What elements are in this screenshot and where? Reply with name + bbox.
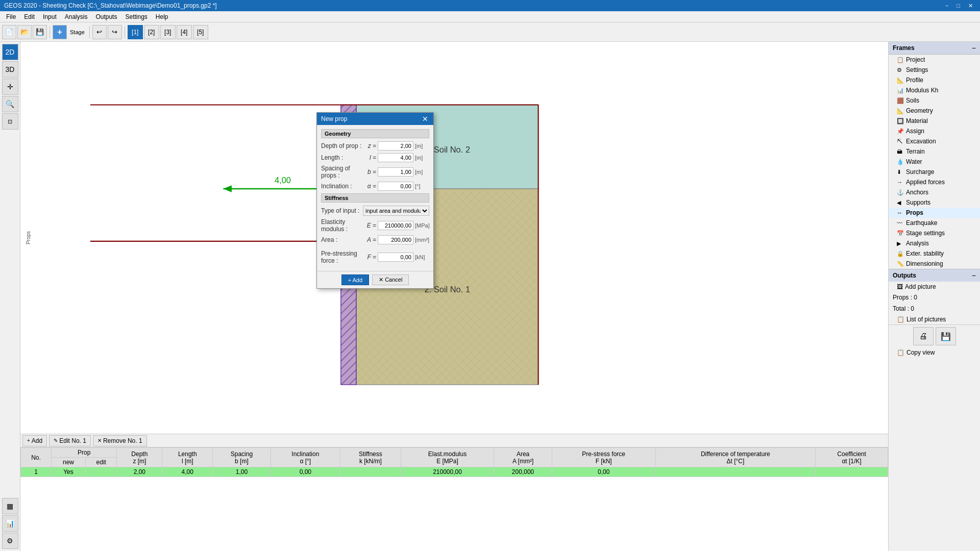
print-btn[interactable]: 🖨 (913, 327, 934, 345)
frames-item-stage-settings[interactable]: 📅 Stage settings (889, 228, 980, 238)
minimize-btn[interactable]: − (942, 2, 951, 10)
elasticity-var: E = (366, 222, 376, 229)
water-icon: 💧 (897, 159, 904, 165)
frames-item-water[interactable]: 💧 Water (889, 157, 980, 167)
frames-item-excavation[interactable]: ⛏ Excavation (889, 136, 980, 146)
frames-item-settings[interactable]: ⚙ Settings (889, 65, 980, 75)
depth-row: Depth of prop : z = [m] (321, 141, 429, 151)
depth-var: z = (366, 142, 376, 149)
earthquake-icon: 〰 (897, 220, 904, 226)
supports-icon: ◀ (897, 199, 904, 206)
stage-3-btn[interactable]: [3] (160, 25, 176, 39)
prestress-input[interactable] (378, 253, 413, 262)
settings-btn[interactable]: ⚙ (2, 533, 18, 549)
menu-edit[interactable]: Edit (20, 12, 39, 21)
menu-outputs[interactable]: Outputs (91, 12, 121, 21)
col-prop-new: new (51, 458, 85, 467)
remove-icon: ✕ (97, 438, 102, 443)
dialog-close-btn[interactable]: ✕ (421, 115, 429, 123)
move-tool-btn[interactable]: ✛ (2, 79, 18, 95)
zoom-tool-btn[interactable]: 🔍 (2, 96, 18, 112)
edit-icon: ✎ (54, 438, 58, 443)
frames-item-soils[interactable]: 🟫 Soils (889, 95, 980, 106)
maximize-btn[interactable]: □ (953, 2, 963, 10)
menu-file[interactable]: File (2, 12, 20, 21)
elasticity-unit: [MPa] (415, 222, 429, 229)
frames-item-project[interactable]: 📋 Project (889, 55, 980, 65)
spacing-input[interactable] (378, 167, 413, 177)
frames-item-exter-stability[interactable]: 🔒 Exter. stability (889, 248, 980, 259)
menu-input[interactable]: Input (39, 12, 61, 21)
remove-prop-btn[interactable]: ✕ Remove No. 1 (93, 435, 147, 446)
depth-input[interactable] (378, 141, 413, 151)
assign-label: Assign (906, 128, 924, 135)
frames-item-geometry[interactable]: 📐 Geometry (889, 106, 980, 116)
outputs-title: Outputs (893, 272, 916, 279)
frames-item-analysis[interactable]: ▶ Analysis (889, 238, 980, 248)
stage-2-btn[interactable]: [2] (144, 25, 159, 39)
add-stage-btn[interactable]: + (53, 25, 67, 39)
copy-view-btn[interactable]: 📋 Copy view (889, 347, 980, 358)
open-btn[interactable]: 📂 (17, 25, 32, 39)
outputs-minimize-btn[interactable]: − (972, 271, 976, 280)
redo-btn[interactable]: ↪ (108, 25, 122, 39)
frames-item-props[interactable]: ↔ Props (889, 208, 980, 218)
save-picture-btn[interactable]: 💾 (936, 327, 956, 345)
new-btn[interactable]: 📄 (2, 25, 16, 39)
svg-text:4,00: 4,00 (275, 176, 291, 185)
analysis-icon: ▶ (897, 240, 904, 247)
close-btn[interactable]: ✕ (965, 2, 976, 10)
list-pictures-btn[interactable]: 📋 List of pictures (889, 314, 980, 324)
area-input[interactable] (378, 235, 413, 244)
type-of-input-row: Type of input : input area and modulus i… (321, 206, 429, 216)
chart-view-btn[interactable]: 📊 (2, 515, 18, 532)
frames-item-modulus[interactable]: 📊 Modulus Kh (889, 85, 980, 95)
frames-item-earthquake[interactable]: 〰 Earthquake (889, 218, 980, 228)
table-row[interactable]: 1 Yes 2,00 4,00 1,00 0,00 210000,00 200,… (21, 467, 888, 477)
col-depth: Depthz [m] (117, 448, 162, 467)
save-btn[interactable]: 💾 (33, 25, 47, 39)
length-input[interactable] (378, 153, 413, 162)
dialog-body: Geometry Depth of prop : z = [m] Length … (317, 125, 433, 271)
inclination-label: Inclination : (321, 183, 366, 190)
frames-item-material[interactable]: 🔲 Material (889, 116, 980, 126)
2d-view-btn[interactable]: 2D (2, 44, 18, 60)
frames-item-surcharge[interactable]: ⬇ Surcharge (889, 167, 980, 177)
menu-analysis[interactable]: Analysis (61, 12, 92, 21)
frames-item-applied-forces[interactable]: → Applied forces (889, 177, 980, 187)
menu-help[interactable]: Help (152, 12, 173, 21)
cell-depth: 2,00 (117, 467, 162, 477)
stage-1-btn[interactable]: [1] (128, 25, 143, 39)
col-prop: Prop (51, 448, 117, 458)
geometry-label: Geometry (906, 107, 933, 114)
undo-btn[interactable]: ↩ (92, 25, 107, 39)
3d-view-btn[interactable]: 3D (2, 61, 18, 78)
frames-item-profile[interactable]: 📐 Profile (889, 75, 980, 85)
frames-item-dimensioning[interactable]: 📏 Dimensioning (889, 259, 980, 269)
elasticity-input[interactable] (378, 221, 413, 230)
cell-prop-edit (86, 467, 117, 477)
applied-forces-icon: → (897, 179, 904, 185)
frames-item-supports[interactable]: ◀ Supports (889, 197, 980, 208)
depth-unit: [m] (415, 143, 429, 149)
frames-item-anchors[interactable]: ⚓ Anchors (889, 187, 980, 197)
dialog-add-btn[interactable]: + Add (341, 274, 369, 285)
cell-delta-temp (655, 467, 816, 477)
edit-prop-btn[interactable]: ✎ Edit No. 1 (49, 435, 91, 446)
frames-item-assign[interactable]: 📌 Assign (889, 126, 980, 136)
col-prop-edit: edit (86, 458, 117, 467)
add-picture-btn[interactable]: 🖼 Add picture (889, 282, 980, 292)
type-of-input-select[interactable]: input area and modulus input stiffness (363, 206, 429, 216)
frames-item-terrain[interactable]: 🏔 Terrain (889, 146, 980, 157)
spacing-row: Spacing of props : b = [m] (321, 165, 429, 179)
stage-5-btn[interactable]: [5] (193, 25, 208, 39)
fit-tool-btn[interactable]: ⊡ (2, 113, 18, 130)
menu-settings[interactable]: Settings (121, 12, 151, 21)
frames-minimize-btn[interactable]: − (972, 44, 976, 52)
add-prop-btn[interactable]: + Add (22, 435, 47, 446)
depth-label: Depth of prop : (321, 142, 366, 149)
table-view-btn[interactable]: ▦ (2, 498, 18, 514)
stage-4-btn[interactable]: [4] (177, 25, 192, 39)
inclination-input[interactable] (378, 182, 413, 191)
dialog-cancel-btn[interactable]: ✕ Cancel (372, 274, 409, 285)
